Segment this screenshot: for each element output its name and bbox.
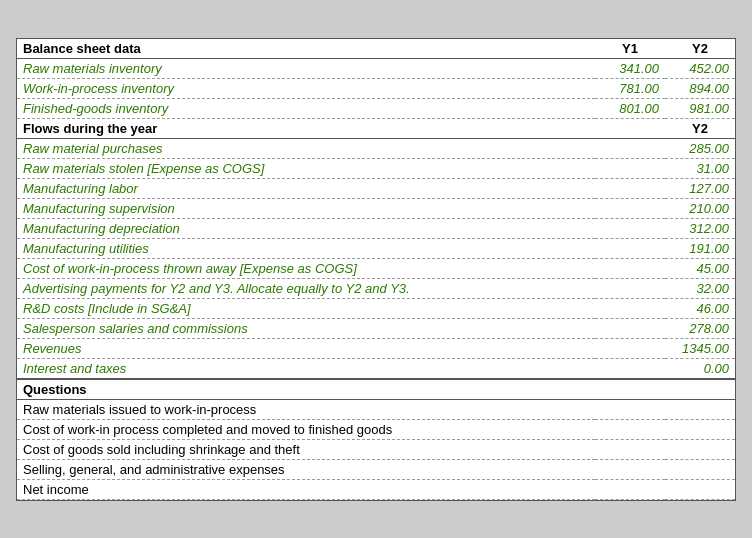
row-y2: 31.00	[665, 158, 735, 178]
row-label: Salesperson salaries and commissions	[17, 318, 595, 338]
balance-sheet-label: Balance sheet data	[17, 39, 595, 59]
answer-cell[interactable]	[665, 459, 735, 479]
table-row: Advertising payments for Y2 and Y3. Allo…	[17, 278, 735, 298]
table-row: Manufacturing labor 127.00	[17, 178, 735, 198]
question-row: Raw materials issued to work-in-process	[17, 399, 735, 419]
row-label: Raw materials inventory	[17, 58, 595, 78]
row-y1: 801.00	[595, 98, 665, 118]
question-row: Selling, general, and administrative exp…	[17, 459, 735, 479]
table-row: Raw material purchases 285.00	[17, 138, 735, 158]
flows-y1-header	[595, 118, 665, 138]
row-y1	[595, 278, 665, 298]
row-y2: 285.00	[665, 138, 735, 158]
financial-table: Balance sheet data Y1 Y2 Raw materials i…	[17, 39, 735, 500]
flows-label: Flows during the year	[17, 118, 595, 138]
flows-header-row: Flows during the year Y2	[17, 118, 735, 138]
row-y2: 45.00	[665, 258, 735, 278]
row-y1	[595, 218, 665, 238]
table-row: Interest and taxes 0.00	[17, 358, 735, 379]
question-label: Selling, general, and administrative exp…	[17, 459, 595, 479]
row-y1	[595, 298, 665, 318]
main-table-wrapper: Balance sheet data Y1 Y2 Raw materials i…	[16, 38, 736, 501]
row-y1	[595, 138, 665, 158]
row-label: Work-in-process inventory	[17, 78, 595, 98]
row-y2: 452.00	[665, 58, 735, 78]
row-y2: 210.00	[665, 198, 735, 218]
row-y2: 191.00	[665, 238, 735, 258]
row-y2: 0.00	[665, 358, 735, 379]
y2-header: Y2	[665, 39, 735, 59]
question-y1	[595, 399, 665, 419]
question-label: Cost of goods sold including shrinkage a…	[17, 439, 595, 459]
row-y1	[595, 338, 665, 358]
row-label: Manufacturing utilities	[17, 238, 595, 258]
question-row: Net income	[17, 479, 735, 499]
row-label: Manufacturing depreciation	[17, 218, 595, 238]
row-y2: 894.00	[665, 78, 735, 98]
row-label: Cost of work-in-process thrown away [Exp…	[17, 258, 595, 278]
table-row: Manufacturing depreciation 312.00	[17, 218, 735, 238]
row-y1: 341.00	[595, 58, 665, 78]
table-row: Salesperson salaries and commissions 278…	[17, 318, 735, 338]
table-row: Finished-goods inventory 801.00 981.00	[17, 98, 735, 118]
row-y1	[595, 318, 665, 338]
answer-cell[interactable]	[665, 399, 735, 419]
table-row: Cost of work-in-process thrown away [Exp…	[17, 258, 735, 278]
question-label: Raw materials issued to work-in-process	[17, 399, 595, 419]
table-row: R&D costs [Include in SG&A] 46.00	[17, 298, 735, 318]
question-y1	[595, 479, 665, 499]
row-y2: 981.00	[665, 98, 735, 118]
row-label: Manufacturing supervision	[17, 198, 595, 218]
table-row: Raw materials inventory 341.00 452.00	[17, 58, 735, 78]
table-row: Manufacturing utilities 191.00	[17, 238, 735, 258]
table-row: Revenues 1345.00	[17, 338, 735, 358]
question-y1	[595, 459, 665, 479]
row-y1: 781.00	[595, 78, 665, 98]
questions-header-row: Questions	[17, 379, 735, 400]
row-label: Manufacturing labor	[17, 178, 595, 198]
y1-header: Y1	[595, 39, 665, 59]
table-row: Raw materials stolen [Expense as COGS] 3…	[17, 158, 735, 178]
questions-label: Questions	[17, 379, 735, 400]
row-y2: 32.00	[665, 278, 735, 298]
row-y1	[595, 158, 665, 178]
balance-sheet-header-row: Balance sheet data Y1 Y2	[17, 39, 735, 59]
question-row: Cost of work-in process completed and mo…	[17, 419, 735, 439]
row-y2: 46.00	[665, 298, 735, 318]
table-row: Work-in-process inventory 781.00 894.00	[17, 78, 735, 98]
answer-cell[interactable]	[665, 419, 735, 439]
row-y2: 127.00	[665, 178, 735, 198]
row-label: Raw materials stolen [Expense as COGS]	[17, 158, 595, 178]
flows-y2-header: Y2	[665, 118, 735, 138]
row-y1	[595, 238, 665, 258]
row-y2: 312.00	[665, 218, 735, 238]
question-y1	[595, 439, 665, 459]
row-y1	[595, 358, 665, 379]
question-label: Cost of work-in process completed and mo…	[17, 419, 595, 439]
row-label: Revenues	[17, 338, 595, 358]
row-y2: 278.00	[665, 318, 735, 338]
row-y2: 1345.00	[665, 338, 735, 358]
row-label: Interest and taxes	[17, 358, 595, 379]
row-label: Raw material purchases	[17, 138, 595, 158]
row-label: Advertising payments for Y2 and Y3. Allo…	[17, 278, 595, 298]
question-label: Net income	[17, 479, 595, 499]
answer-cell[interactable]	[665, 439, 735, 459]
answer-cell[interactable]	[665, 479, 735, 499]
row-y1	[595, 178, 665, 198]
row-label: Finished-goods inventory	[17, 98, 595, 118]
row-y1	[595, 198, 665, 218]
table-row: Manufacturing supervision 210.00	[17, 198, 735, 218]
question-y1	[595, 419, 665, 439]
question-row: Cost of goods sold including shrinkage a…	[17, 439, 735, 459]
row-y1	[595, 258, 665, 278]
row-label: R&D costs [Include in SG&A]	[17, 298, 595, 318]
